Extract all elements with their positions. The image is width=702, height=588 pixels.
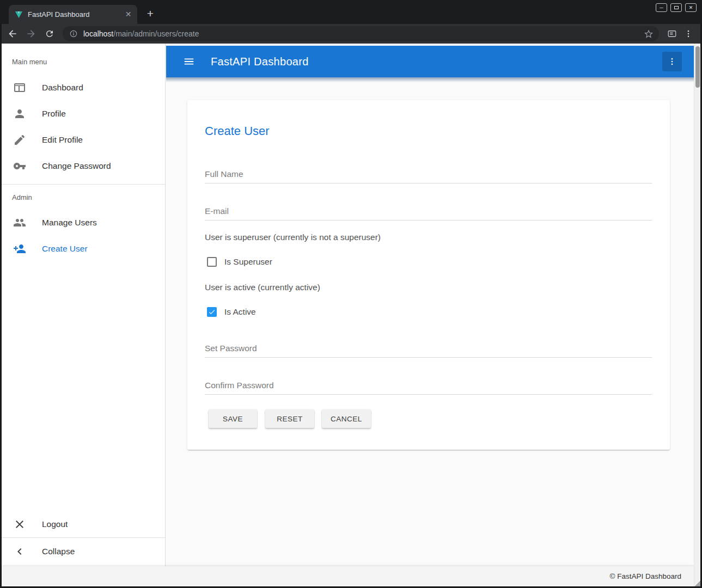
sidebar: Main menu Dashboard Profile Edit Profile bbox=[2, 44, 166, 566]
appbar-shadow bbox=[166, 77, 694, 82]
full-name-placeholder: Full Name bbox=[205, 169, 243, 179]
is-superuser-checkbox[interactable]: Is Superuser bbox=[207, 257, 272, 267]
forward-icon bbox=[26, 28, 36, 39]
sidebar-item-label: Create User bbox=[42, 244, 88, 254]
hamburger-menu-button[interactable] bbox=[179, 52, 199, 71]
toolbar-right bbox=[663, 26, 696, 41]
url-path: /main/admin/users/create bbox=[113, 29, 199, 38]
page-footer: © FastAPI Dashboard bbox=[2, 566, 694, 586]
logout-x-icon bbox=[13, 518, 26, 531]
maximize-icon bbox=[674, 6, 679, 9]
site-info-icon[interactable] bbox=[69, 29, 78, 38]
cancel-button[interactable]: CANCEL bbox=[322, 409, 371, 428]
save-button[interactable]: SAVE bbox=[209, 409, 257, 428]
page-scrollbar[interactable] bbox=[694, 44, 700, 586]
browser-tab[interactable]: FastAPI Dashboard ✕ bbox=[9, 5, 137, 24]
email-field[interactable]: E-mail bbox=[205, 206, 652, 220]
window-controls: ─ ✕ bbox=[656, 3, 697, 12]
person-icon bbox=[13, 107, 26, 120]
checkbox-label: Is Active bbox=[224, 307, 256, 317]
refresh-button[interactable] bbox=[42, 26, 57, 41]
browser-titlebar: FastAPI Dashboard ✕ + ─ ✕ bbox=[0, 0, 702, 24]
chevron-left-icon bbox=[13, 545, 26, 558]
sidebar-item-manage-users[interactable]: Manage Users bbox=[2, 210, 165, 236]
content-area: Create User Full Name E-mail User is sup… bbox=[166, 77, 694, 566]
pencil-icon bbox=[13, 133, 26, 146]
sidebar-divider bbox=[2, 184, 165, 185]
side-panel-icon bbox=[667, 29, 677, 39]
email-placeholder: E-mail bbox=[205, 206, 229, 216]
checkbox-icon bbox=[207, 307, 217, 317]
resize-grip bbox=[694, 580, 700, 586]
active-hint: User is active (currently active) bbox=[205, 283, 320, 292]
sidebar-item-label: Change Password bbox=[42, 161, 111, 171]
confirm-password-placeholder: Confirm Password bbox=[205, 381, 274, 390]
sidebar-item-label: Collapse bbox=[42, 547, 75, 556]
sidebar-item-profile[interactable]: Profile bbox=[2, 101, 165, 127]
browser-menu-button[interactable] bbox=[681, 26, 696, 41]
person-add-icon bbox=[13, 242, 26, 255]
full-name-field[interactable]: Full Name bbox=[205, 169, 652, 183]
sidebar-item-label: Logout bbox=[42, 519, 68, 529]
set-password-field[interactable]: Set Password bbox=[205, 344, 652, 358]
sidebar-item-change-password[interactable]: Change Password bbox=[2, 153, 165, 179]
url-host: localhost bbox=[83, 29, 113, 38]
checkbox-label: Is Superuser bbox=[224, 257, 272, 267]
is-active-checkbox[interactable]: Is Active bbox=[207, 307, 256, 317]
browser-window: FastAPI Dashboard ✕ + ─ ✕ localhost/main… bbox=[0, 0, 702, 588]
footer-copyright: © FastAPI Dashboard bbox=[609, 572, 681, 580]
side-panel-button[interactable] bbox=[664, 26, 680, 41]
appbar-title: FastAPI Dashboard bbox=[211, 56, 309, 68]
appbar-menu-button[interactable] bbox=[662, 52, 682, 71]
confirm-password-field[interactable]: Confirm Password bbox=[205, 381, 652, 395]
tab-title: FastAPI Dashboard bbox=[28, 10, 124, 19]
sidebar-item-label: Dashboard bbox=[42, 83, 83, 93]
sidebar-item-edit-profile[interactable]: Edit Profile bbox=[2, 127, 165, 153]
sidebar-item-dashboard[interactable]: Dashboard bbox=[2, 75, 165, 101]
superuser-hint: User is superuser (currently is not a su… bbox=[205, 232, 381, 242]
browser-toolbar: localhost/main/admin/users/create bbox=[2, 24, 700, 44]
sidebar-item-create-user[interactable]: Create User bbox=[2, 236, 165, 262]
new-tab-button[interactable]: + bbox=[143, 7, 157, 21]
bookmark-star-icon[interactable] bbox=[644, 29, 654, 39]
minimize-button[interactable]: ─ bbox=[656, 3, 667, 12]
people-icon bbox=[13, 216, 26, 229]
main-area: FastAPI Dashboard Create User Full Name … bbox=[166, 44, 694, 566]
refresh-icon bbox=[45, 29, 54, 39]
maximize-button[interactable] bbox=[670, 3, 682, 12]
hamburger-icon bbox=[183, 56, 195, 68]
close-button[interactable]: ✕ bbox=[685, 3, 697, 12]
page-title: Create User bbox=[205, 124, 270, 138]
scrollbar-thumb[interactable] bbox=[695, 46, 700, 88]
set-password-placeholder: Set Password bbox=[205, 344, 257, 353]
favicon-icon bbox=[15, 10, 23, 19]
page: Main menu Dashboard Profile Edit Profile bbox=[2, 44, 700, 586]
forward-button[interactable] bbox=[23, 26, 39, 41]
dashboard-icon bbox=[13, 81, 26, 94]
appbar-kebab-icon bbox=[667, 57, 677, 66]
reset-button[interactable]: RESET bbox=[265, 409, 314, 428]
url-bar[interactable]: localhost/main/admin/users/create bbox=[63, 26, 659, 41]
back-icon bbox=[7, 28, 18, 39]
create-user-card: Create User Full Name E-mail User is sup… bbox=[187, 100, 670, 450]
tab-close-icon[interactable]: ✕ bbox=[124, 10, 133, 19]
url-text[interactable]: localhost/main/admin/users/create bbox=[83, 29, 644, 38]
sidebar-collapse-button[interactable]: Collapse bbox=[2, 538, 165, 565]
back-button[interactable] bbox=[5, 26, 20, 41]
sidebar-section-main-menu: Main menu bbox=[12, 58, 47, 66]
app-bar: FastAPI Dashboard bbox=[166, 46, 694, 77]
sidebar-item-label: Edit Profile bbox=[42, 135, 83, 145]
sidebar-item-label: Profile bbox=[42, 109, 66, 119]
sidebar-item-logout[interactable]: Logout bbox=[2, 511, 165, 537]
kebab-menu-icon bbox=[683, 29, 693, 39]
key-icon bbox=[13, 160, 26, 173]
sidebar-item-label: Manage Users bbox=[42, 218, 97, 228]
checkbox-icon bbox=[207, 257, 217, 267]
sidebar-section-admin: Admin bbox=[12, 193, 32, 201]
